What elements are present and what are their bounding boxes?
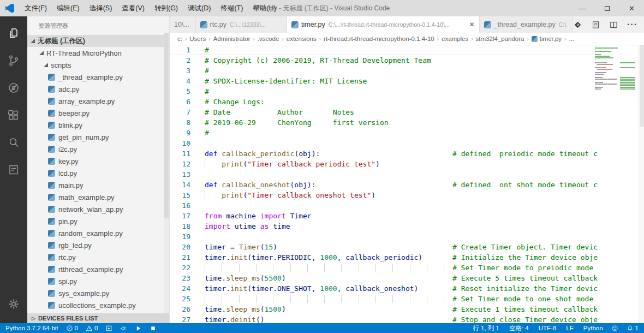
code-line-13[interactable]: 13: [170, 169, 644, 180]
tab-rtc-py[interactable]: rtc.pyC:\...\12333\...: [196, 16, 288, 33]
code-line-24[interactable]: 24timer.init(timer.ONE_SHOT, 1000, callb…: [170, 283, 644, 294]
tree-file-network-wlan-ap-py[interactable]: network_wlan_ap.py: [27, 203, 169, 215]
settings-gear-icon[interactable]: [1, 292, 27, 317]
tree-file-get-pin-num-py[interactable]: get_pin_num.py: [27, 131, 169, 143]
tree-file-main-py[interactable]: main.py: [27, 179, 169, 191]
tree-file-lcd-py[interactable]: lcd.py: [27, 167, 169, 179]
editor-scrollbar[interactable]: [639, 45, 644, 323]
close-tab-icon[interactable]: ✕: [464, 21, 474, 28]
code-line-25[interactable]: 25 # Set Timer mode to one shot mode: [170, 294, 644, 304]
stop-icon[interactable]: [150, 325, 157, 332]
breadcrumb-item[interactable]: .vscode: [258, 35, 279, 42]
breadcrumb-item[interactable]: timer.py: [540, 35, 562, 42]
breadcrumb-item[interactable]: Users: [189, 35, 206, 42]
language-mode[interactable]: Python: [582, 325, 603, 331]
tab--thread-example-py[interactable]: _thread_example.pyC:\: [480, 16, 573, 33]
run-icon[interactable]: [135, 325, 142, 332]
menu-item-0[interactable]: 文件(F): [20, 0, 52, 16]
menu-item-1[interactable]: 编辑(E): [52, 0, 85, 16]
tree-file-spi-py[interactable]: spi.py: [27, 275, 169, 287]
rtthread-download-icon[interactable]: [573, 20, 582, 29]
code-line-23[interactable]: 23time.sleep_ms(5500) # Execute 5 times …: [170, 273, 644, 283]
breadcrumb-item[interactable]: examples: [442, 35, 468, 42]
tree-file-rtc-py[interactable]: rtc.py: [27, 251, 169, 263]
tree-file-i2c-py[interactable]: i2c.py: [27, 143, 169, 155]
tree-file--thread-example-py[interactable]: _thread_example.py: [27, 71, 169, 83]
bell-icon[interactable]: 1: [627, 325, 639, 332]
search-icon[interactable]: [1, 130, 27, 155]
breadcrumb-item[interactable]: ...: [569, 35, 574, 42]
problems-errors[interactable]: 0: [66, 325, 78, 332]
code-line-9[interactable]: 9#: [170, 128, 644, 138]
code-editor[interactable]: 1#2# Copyright (c) 2006-2019, RT-Thread …: [170, 45, 644, 323]
code-line-5[interactable]: 5#: [170, 86, 644, 97]
breadcrumb-item[interactable]: Administrator: [213, 35, 251, 42]
tree-folder-scripts[interactable]: scripts: [27, 59, 169, 71]
tree-file-ucollections-example-py[interactable]: ucollections_example.py: [27, 299, 169, 311]
code-line-6[interactable]: 6# Change Logs:: [170, 97, 644, 107]
code-line-7[interactable]: 7# Date Author Notes: [170, 107, 644, 117]
output-icon[interactable]: [1, 157, 27, 182]
code-line-4[interactable]: 4# SPDX-License-Identifier: MIT License: [170, 76, 644, 86]
menu-item-3[interactable]: 查看(V): [117, 0, 150, 16]
code-line-12[interactable]: 12 print("Timer callback periodic test"): [170, 159, 644, 169]
feedback-smiley-icon[interactable]: [611, 325, 618, 332]
add-device-icon[interactable]: [105, 325, 112, 332]
code-line-10[interactable]: 10: [170, 138, 644, 148]
tree-folder-rt-thread-micropython[interactable]: RT-Thread MicroPython: [27, 47, 169, 59]
code-line-8[interactable]: 8# 2019-06-29 ChenYong first version: [170, 117, 644, 128]
extensions-icon[interactable]: [1, 103, 27, 128]
breadcrumb-item[interactable]: stm32l4_pandora: [476, 35, 524, 42]
code-line-20[interactable]: 20timer = Timer(15) # Create Timer objec…: [170, 242, 644, 252]
minimap[interactable]: [595, 46, 639, 90]
tree-file-array-example-py[interactable]: array_example.py: [27, 95, 169, 107]
tree-file-key-py[interactable]: key.py: [27, 155, 169, 167]
tree-file-random-example-py[interactable]: random_example.py: [27, 227, 169, 239]
code-line-1[interactable]: 1#: [170, 45, 644, 55]
breadcrumb-item[interactable]: c:: [177, 35, 182, 42]
tab-10-[interactable]: 10\...: [170, 16, 196, 33]
explorer-icon[interactable]: [1, 21, 27, 46]
encoding[interactable]: UTF-8: [537, 325, 557, 331]
code-line-15[interactable]: 15 print("Timer callback oneshot test"): [170, 190, 644, 200]
breadcrumb-item[interactable]: extensions: [287, 35, 317, 42]
workspace-section-header[interactable]: 无标题 (工作区): [27, 35, 169, 47]
tab-timer-py[interactable]: timer.pyC:\...\rt-thread.rt-thread-micro…: [287, 16, 480, 33]
problems-warnings[interactable]: 0: [86, 325, 98, 332]
tree-file-math-example-py[interactable]: math_example.py: [27, 191, 169, 203]
tree-file-sys-example-py[interactable]: sys_example.py: [27, 287, 169, 299]
code-line-21[interactable]: 21timer.init(timer.PERIODIC, 1000, callb…: [170, 252, 644, 263]
tree-file-beeper-py[interactable]: beeper.py: [27, 107, 169, 119]
code-line-22[interactable]: 22 # Set Timer mode to preiodic mode: [170, 263, 644, 273]
close-button[interactable]: ✕: [619, 0, 644, 16]
source-control-icon[interactable]: [1, 48, 27, 73]
code-line-11[interactable]: 11def callback_periodic(obj): # defined …: [170, 148, 644, 159]
open-preview-icon[interactable]: [591, 20, 600, 29]
breadcrumb-item[interactable]: rt-thread.rt-thread-micropython-0.1.4-10: [324, 35, 434, 42]
sidebar-scrollbar[interactable]: [164, 33, 169, 313]
tree-file-rgb-led-py[interactable]: rgb_led.py: [27, 239, 169, 251]
menu-item-4[interactable]: 转到(G): [150, 0, 183, 16]
code-line-14[interactable]: 14def callback_oneshot(obj): # defined o…: [170, 180, 644, 190]
code-line-26[interactable]: 26time.sleep_ms(1500) # Execute 1 times …: [170, 304, 644, 314]
debug-icon[interactable]: [1, 75, 27, 100]
connect-device-icon[interactable]: [120, 325, 127, 332]
python-interpreter[interactable]: Python 3.7.2 64-bit: [5, 325, 58, 331]
menu-item-6[interactable]: 终端(T): [216, 0, 248, 16]
eol[interactable]: LF: [564, 325, 573, 331]
code-line-16[interactable]: 16: [170, 200, 644, 211]
tree-file-adc-py[interactable]: adc.py: [27, 83, 169, 95]
minimize-button[interactable]: —: [570, 0, 595, 16]
devices-section-header[interactable]: ▷ DEVICES FILES LIST: [27, 313, 169, 323]
menu-item-5[interactable]: 调试(D): [183, 0, 216, 16]
tree-file-rtthread-example-py[interactable]: rtthread_example.py: [27, 263, 169, 275]
tree-file-blink-py[interactable]: blink.py: [27, 119, 169, 131]
code-line-17[interactable]: 17from machine import Timer: [170, 211, 644, 221]
code-line-19[interactable]: 19: [170, 231, 644, 242]
more-actions-icon[interactable]: ···: [627, 20, 637, 29]
cursor-position[interactable]: 行 1, 列 1: [471, 324, 499, 332]
code-line-2[interactable]: 2# Copyright (c) 2006-2019, RT-Thread De…: [170, 55, 644, 66]
code-line-3[interactable]: 3#: [170, 66, 644, 76]
maximize-button[interactable]: [595, 0, 619, 16]
tree-file-pin-py[interactable]: pin.py: [27, 215, 169, 227]
